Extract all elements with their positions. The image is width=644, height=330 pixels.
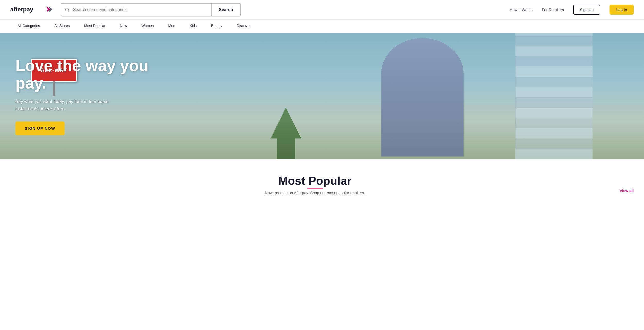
hero-title-line2: pay. [15, 74, 46, 92]
nav-kids[interactable]: Kids [182, 20, 204, 33]
hero-title-line1: Love the way you [15, 57, 149, 74]
search-bar: Search [61, 3, 241, 16]
section-title-underline [307, 188, 323, 189]
section-header: Most Popular Now trending on Afterpay. S… [10, 175, 634, 195]
sign-up-button[interactable]: Sign Up [573, 5, 600, 15]
nav-discover[interactable]: Discover [230, 20, 258, 33]
svg-text:afterpay: afterpay [10, 6, 33, 13]
hero-content: Love the way you pay. Buy what you want … [15, 57, 149, 135]
svg-line-2 [68, 11, 69, 11]
for-retailers-link[interactable]: For Retailers [542, 7, 564, 12]
afterpay-logo: afterpay [10, 5, 53, 14]
glass-building [515, 33, 593, 159]
most-popular-section: Most Popular Now trending on Afterpay. S… [0, 159, 644, 209]
nav-all-categories[interactable]: All Categories [10, 20, 47, 33]
hero-title: Love the way you pay. [15, 57, 149, 92]
log-in-button[interactable]: Log In [610, 5, 634, 15]
section-title-wrap: Most Popular Now trending on Afterpay. S… [10, 175, 620, 195]
header-nav: How It Works For Retailers Sign Up Log I… [510, 5, 634, 15]
nav-all-stores[interactable]: All Stores [47, 20, 77, 33]
how-it-works-link[interactable]: How It Works [510, 7, 533, 12]
section-subtitle: Now trending on Afterpay. Shop our most … [265, 190, 365, 195]
nav-women[interactable]: Women [134, 20, 161, 33]
search-icon [61, 7, 73, 12]
nav-most-popular[interactable]: Most Popular [77, 20, 112, 33]
hero-subtitle: Buy what you want today, pay for it in f… [15, 98, 124, 112]
site-header: afterpay Search How It Works For Retaile… [0, 0, 644, 20]
nav-beauty[interactable]: Beauty [204, 20, 230, 33]
nav-new[interactable]: New [113, 20, 134, 33]
search-input[interactable] [73, 5, 211, 15]
view-all-link[interactable]: View all [620, 188, 634, 193]
nav-men[interactable]: Men [161, 20, 182, 33]
logo[interactable]: afterpay [10, 5, 53, 15]
hero-section: ALL-WAY Love the way you pay. Buy what y… [0, 33, 644, 159]
search-button[interactable]: Search [211, 4, 240, 16]
person-silhouette [381, 38, 464, 157]
hero-cta-button[interactable]: SIGN UP NOW [15, 121, 65, 135]
section-title: Most Popular [278, 175, 352, 187]
category-nav: All Categories All Stores Most Popular N… [0, 20, 644, 33]
